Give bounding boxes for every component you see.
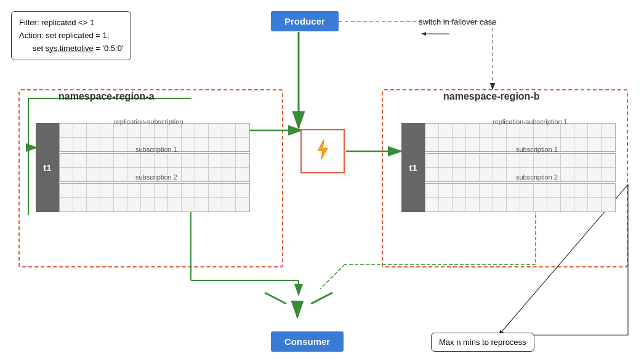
filter-line2: Action: set replicated = 1; xyxy=(19,30,123,42)
queue-t1-b: t1 xyxy=(401,123,425,212)
filter-line3: set sys.timetolive = '0:5:0' xyxy=(19,42,123,55)
lightning-icon xyxy=(312,138,334,165)
producer-label: Producer xyxy=(284,16,325,26)
svg-marker-0 xyxy=(318,140,328,159)
sub-label-a-sub2: subscription 2 xyxy=(135,173,177,181)
consumer-label: Consumer xyxy=(284,336,330,347)
svg-line-13 xyxy=(311,293,332,304)
filter-line1: Filter: replicated <> 1 xyxy=(19,17,123,30)
sub-label-b-sub1: subscription 1 xyxy=(516,146,558,153)
sub-label-b-replication: replication-subscription 1 xyxy=(493,118,568,125)
diagram-container: Filter: replicated <> 1 Action: set repl… xyxy=(0,0,644,364)
queue-t1-a: t1 xyxy=(36,123,59,212)
region-b-label: namespace-region-b xyxy=(443,91,539,102)
producer-box: Producer xyxy=(271,11,339,31)
maxmins-text: Max n mins to reprocess xyxy=(439,338,526,347)
sub-label-b-sub2: subscription 2 xyxy=(516,173,558,181)
sub-label-a-sub1: subscription 1 xyxy=(135,146,177,153)
queue-rows-a xyxy=(59,123,250,212)
relay-box xyxy=(300,129,345,173)
maxmins-box: Max n mins to reprocess xyxy=(431,333,534,352)
queue-rows-b xyxy=(425,123,616,212)
filter-box: Filter: replicated <> 1 Action: set repl… xyxy=(11,11,131,60)
consumer-box: Consumer xyxy=(271,331,344,352)
svg-line-11 xyxy=(320,264,345,289)
failover-label: switch in failover case xyxy=(419,17,496,26)
region-a-label: namespace-region-a xyxy=(58,91,155,102)
svg-line-12 xyxy=(265,293,286,304)
failover-text: switch in failover case xyxy=(419,17,496,26)
sub-label-a-replication: replication-subscription xyxy=(114,118,183,125)
